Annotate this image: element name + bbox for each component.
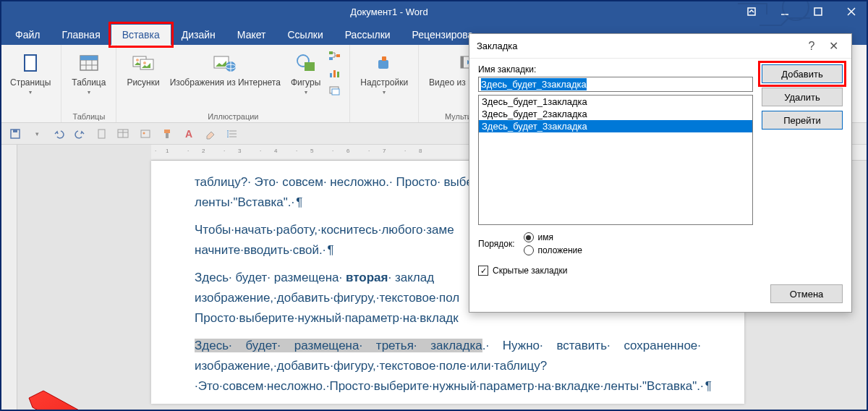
pictures-icon <box>131 51 156 75</box>
doc-line-1: таблицу?· Это· совсем· несложно.· Просто… <box>195 175 473 189</box>
addins-label: Надстройки <box>360 77 408 88</box>
cancel-button[interactable]: Отмена <box>770 284 843 303</box>
svg-point-47 <box>143 132 145 134</box>
table-icon <box>77 51 101 75</box>
svg-rect-49 <box>166 133 169 138</box>
eraser-icon[interactable] <box>203 126 218 142</box>
svg-rect-27 <box>330 73 332 77</box>
svg-rect-29 <box>337 72 339 77</box>
svg-rect-13 <box>80 56 98 60</box>
shapes-button[interactable]: Фигуры ▾ <box>286 48 325 98</box>
doc-line-2: Чтобы·начать·работу,·коснитесь·любого·за… <box>195 223 454 237</box>
tab-references[interactable]: Ссылки <box>276 25 333 45</box>
help-icon[interactable]: ? <box>801 35 822 57</box>
svg-rect-42 <box>98 130 105 138</box>
vertical-ruler <box>0 145 17 411</box>
bookmark-dialog: Закладка ? ✕ Имя закладки: Здесь_будет_3… <box>469 33 852 313</box>
svg-rect-26 <box>336 54 340 57</box>
order-by-position-radio[interactable]: положение <box>524 245 582 255</box>
online-pictures-label: Изображения из Интернета <box>170 77 281 88</box>
redo-icon[interactable] <box>72 126 88 142</box>
addins-icon <box>372 51 396 75</box>
save-icon[interactable] <box>7 126 23 142</box>
svg-rect-48 <box>164 130 170 133</box>
smartart-icon[interactable] <box>326 48 344 64</box>
shapes-icon <box>294 51 318 75</box>
tab-layout[interactable]: Макет <box>226 25 277 45</box>
svg-rect-7 <box>25 56 35 70</box>
svg-point-17 <box>143 62 146 64</box>
pages-button[interactable]: Страницы ▾ <box>6 48 55 98</box>
bookmark-name-input[interactable]: Здесь_будет_3закладка <box>478 77 753 92</box>
insert-table-icon[interactable] <box>116 126 132 142</box>
tab-home[interactable]: Главная <box>51 25 111 45</box>
svg-rect-41 <box>13 130 17 132</box>
tab-design[interactable]: Дизайн <box>171 25 226 45</box>
svg-rect-23 <box>305 62 315 71</box>
svg-rect-31 <box>332 89 339 95</box>
bookmark-name-label: Имя закладки: <box>478 64 753 75</box>
table-label: Таблица <box>72 77 106 88</box>
dialog-title: Закладка <box>477 41 801 51</box>
tab-insert[interactable]: Вставка <box>111 25 171 45</box>
insert-pic-icon[interactable] <box>137 126 153 142</box>
svg-rect-3 <box>814 8 822 15</box>
format-painter-icon[interactable] <box>159 126 175 142</box>
new-doc-icon[interactable] <box>94 126 110 142</box>
illustrations-group-label: Иллюстрации <box>208 112 258 121</box>
table-button[interactable]: Таблица ▾ <box>67 48 110 98</box>
tab-file[interactable]: Файл <box>4 25 51 45</box>
svg-rect-28 <box>333 70 336 77</box>
bookmark-item[interactable]: Здесь_будет_2закладка <box>479 108 752 120</box>
pictures-button[interactable]: Рисунки <box>122 48 163 90</box>
hidden-bookmarks-checkbox[interactable]: ✓Скрытые закладки <box>478 266 753 276</box>
online-pictures-button[interactable]: Изображения из Интернета <box>166 48 285 90</box>
document-title: Документ1 - Word <box>43 7 735 17</box>
page-icon <box>18 51 43 75</box>
minimize-icon[interactable] <box>768 0 801 23</box>
bookmark-list[interactable]: Здесь_будет_1закладка Здесь_будет_2закла… <box>478 95 753 225</box>
order-label: Порядок: <box>478 239 515 249</box>
goto-button[interactable]: Перейти <box>762 111 843 130</box>
svg-rect-35 <box>461 56 464 68</box>
shapes-label: Фигуры <box>291 77 320 88</box>
tables-group-label: Таблицы <box>72 112 105 121</box>
screenshot-icon[interactable] <box>326 82 344 98</box>
svg-rect-32 <box>378 60 388 69</box>
font-color-icon[interactable]: A <box>181 126 197 142</box>
addins-button[interactable]: Надстройки ▾ <box>356 48 412 98</box>
add-button[interactable]: Добавить <box>762 64 843 83</box>
maximize-icon[interactable] <box>801 0 835 23</box>
svg-rect-25 <box>329 57 333 60</box>
dialog-close-icon[interactable]: ✕ <box>822 35 844 57</box>
qat-dropdown-icon[interactable]: ▾ <box>29 126 45 142</box>
delete-button[interactable]: Удалить <box>762 88 843 106</box>
order-by-name-radio[interactable]: имя <box>524 232 582 242</box>
undo-icon[interactable] <box>51 126 67 142</box>
tab-mailings[interactable]: Рассылки <box>334 25 401 45</box>
chart-icon[interactable] <box>326 65 344 81</box>
selected-text: Здесь· будет· размещена· третья· закладк… <box>195 339 482 352</box>
bookmark-item[interactable]: Здесь_будет_3закладка <box>479 120 752 132</box>
close-icon[interactable] <box>835 0 868 23</box>
svg-rect-46 <box>141 130 150 137</box>
bookmark-item[interactable]: Здесь_будет_1закладка <box>479 96 752 108</box>
online-pictures-icon <box>213 51 237 75</box>
title-bar: Документ1 - Word <box>0 0 868 23</box>
svg-point-15 <box>136 59 139 62</box>
ribbon-options-icon[interactable] <box>735 0 768 23</box>
svg-rect-33 <box>382 56 386 61</box>
svg-rect-1 <box>748 8 755 15</box>
pictures-label: Рисунки <box>127 77 159 88</box>
pages-label: Страницы <box>10 77 51 88</box>
svg-rect-24 <box>329 51 333 54</box>
spacing-icon[interactable] <box>224 126 240 142</box>
